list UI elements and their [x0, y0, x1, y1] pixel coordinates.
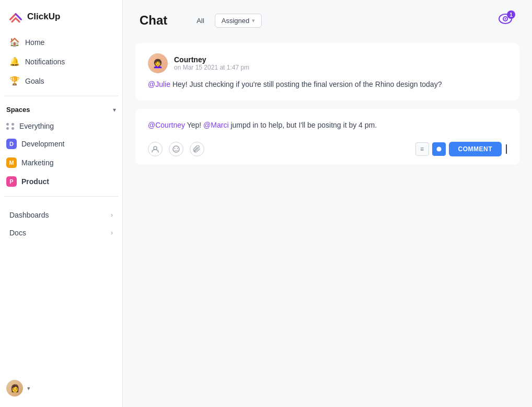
- docs-label: Docs: [9, 229, 26, 237]
- spaces-list: Everything D Development M Marketing P P…: [0, 118, 122, 191]
- goals-icon: 🏆: [9, 76, 20, 86]
- mention-courtney: @Courtney: [148, 121, 185, 129]
- filter-all-tab[interactable]: All: [190, 14, 210, 27]
- development-badge: D: [6, 139, 17, 149]
- watch-count-badge: 1: [507, 10, 515, 19]
- message-avatar-1: 👩‍🦱: [148, 53, 168, 73]
- sidebar: ClickUp 🏠 Home 🔔 Notifications 🏆 Goals S…: [0, 0, 123, 407]
- product-badge: P: [6, 176, 17, 187]
- message-time-1: on Mar 15 2021 at 1:47 pm: [174, 64, 249, 71]
- dashboards-label: Dashboards: [9, 211, 49, 219]
- format-btn-2[interactable]: [432, 142, 446, 156]
- chat-title: Chat: [140, 13, 167, 28]
- sidebar-item-notifications-label: Notifications: [25, 58, 65, 66]
- main-content: Chat All Assigned ▾ 1 👩‍�: [123, 0, 532, 407]
- svg-point-4: [173, 146, 179, 152]
- chat-header: Chat All Assigned ▾ 1: [123, 0, 532, 39]
- logo-text: ClickUp: [27, 12, 60, 22]
- sidebar-item-development[interactable]: D Development: [0, 134, 122, 153]
- spaces-chevron-icon: ▾: [113, 106, 116, 114]
- reply-icon-group: [148, 142, 204, 156]
- spaces-header[interactable]: Spaces ▾: [0, 101, 122, 118]
- cursor-indicator: [506, 144, 507, 154]
- sidebar-item-home-label: Home: [25, 38, 44, 47]
- clickup-logo-icon: [8, 9, 23, 24]
- filter-tabs: All Assigned ▾: [190, 14, 262, 28]
- sidebar-item-development-label: Development: [21, 140, 65, 148]
- message-text-1: Hey! Just checking if you're still posti…: [170, 80, 442, 88]
- divider-2: [4, 196, 118, 197]
- sidebar-footer[interactable]: 👩 ▾: [0, 376, 122, 401]
- sidebar-item-goals-label: Goals: [25, 77, 44, 85]
- bell-icon: 🔔: [9, 56, 20, 66]
- sidebar-item-marketing-label: Marketing: [21, 159, 53, 167]
- svg-point-5: [175, 148, 176, 149]
- reply-text2: jumpd in to help, but I'll be positng it…: [229, 121, 377, 129]
- svg-point-7: [436, 146, 441, 151]
- sidebar-item-product-label: Product: [21, 177, 49, 186]
- mention-marci: @Marci: [203, 121, 228, 129]
- format-btn-1[interactable]: ≡: [415, 142, 429, 156]
- sidebar-item-home[interactable]: 🏠 Home: [4, 32, 118, 52]
- marketing-badge: M: [6, 157, 17, 168]
- sidebar-item-goals[interactable]: 🏆 Goals: [4, 71, 118, 91]
- reply-actions: ≡ COMMENT: [148, 142, 507, 156]
- dropdown-chevron-icon: ▾: [252, 17, 255, 24]
- sidebar-item-everything[interactable]: Everything: [0, 118, 122, 134]
- home-icon: 🏠: [9, 37, 20, 47]
- watch-button[interactable]: 1: [495, 10, 515, 30]
- user-caret-icon: ▾: [27, 385, 30, 392]
- mention-julie: @Julie: [148, 80, 170, 88]
- reply-right-group: ≡ COMMENT: [415, 142, 507, 156]
- message-meta-1: Courtney on Mar 15 2021 at 1:47 pm: [174, 55, 249, 71]
- chat-messages: 👩‍🦱 Courtney on Mar 15 2021 at 1:47 pm @…: [123, 39, 532, 407]
- sidebar-item-everything-label: Everything: [19, 122, 54, 130]
- comment-button[interactable]: COMMENT: [449, 142, 502, 156]
- docs-chevron-icon: ›: [111, 229, 113, 236]
- svg-point-3: [154, 146, 157, 150]
- dashboards-chevron-icon: ›: [111, 211, 113, 219]
- message-header-1: 👩‍🦱 Courtney on Mar 15 2021 at 1:47 pm: [148, 53, 507, 73]
- everything-grid-icon: [6, 123, 15, 130]
- message-block-1: 👩‍🦱 Courtney on Mar 15 2021 at 1:47 pm @…: [135, 43, 519, 100]
- sidebar-item-marketing[interactable]: M Marketing: [0, 153, 122, 172]
- message-author-1: Courtney: [174, 55, 249, 64]
- emoji-icon-button[interactable]: [169, 142, 183, 156]
- filter-assigned-label: Assigned: [222, 17, 249, 25]
- filter-assigned-dropdown[interactable]: Assigned ▾: [215, 14, 262, 28]
- sidebar-item-notifications[interactable]: 🔔 Notifications: [4, 52, 118, 71]
- sidebar-item-dashboards[interactable]: Dashboards ›: [4, 206, 118, 224]
- spaces-label: Spaces: [6, 106, 30, 114]
- sidebar-item-docs[interactable]: Docs ›: [4, 224, 118, 242]
- message-body-1: @Julie Hey! Just checking if you're stil…: [148, 78, 507, 90]
- sidebar-item-product[interactable]: P Product: [0, 172, 122, 191]
- reply-text1: Yep!: [185, 121, 203, 129]
- divider-1: [4, 96, 118, 96]
- reply-block: @Courtney Yep! @Marci jumpd in to help, …: [135, 109, 519, 164]
- user-icon-button[interactable]: [148, 142, 163, 156]
- sidebar-navigation: 🏠 Home 🔔 Notifications 🏆 Goals: [0, 32, 122, 91]
- attachment-icon-button[interactable]: [190, 142, 204, 156]
- svg-point-6: [177, 148, 178, 149]
- reply-text: @Courtney Yep! @Marci jumpd in to help, …: [148, 119, 507, 131]
- user-avatar: 👩: [6, 380, 23, 397]
- svg-point-2: [505, 18, 506, 20]
- sidebar-sections: Dashboards › Docs ›: [0, 206, 122, 242]
- logo[interactable]: ClickUp: [0, 0, 122, 32]
